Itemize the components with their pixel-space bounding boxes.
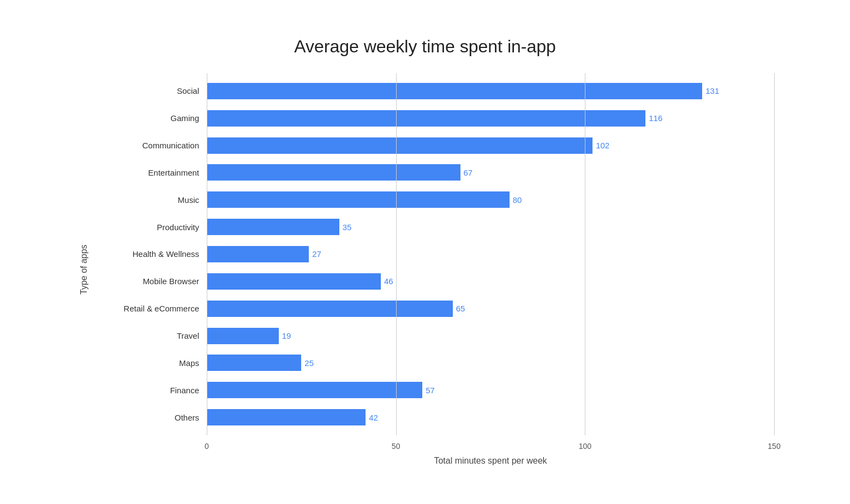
bar-row: Retail & eCommerce65 bbox=[98, 297, 774, 320]
category-label: Gaming bbox=[98, 113, 207, 123]
category-label: Retail & eCommerce bbox=[98, 304, 207, 313]
bar-wrapper: 131 bbox=[207, 80, 774, 103]
bar-wrapper: 80 bbox=[207, 188, 774, 211]
bar bbox=[207, 83, 702, 99]
bar-wrapper: 102 bbox=[207, 134, 774, 157]
x-tick-label: 150 bbox=[768, 442, 780, 451]
bar-wrapper: 27 bbox=[207, 243, 774, 266]
bar-value: 57 bbox=[426, 386, 435, 395]
bar-wrapper: 65 bbox=[207, 297, 774, 320]
bar bbox=[207, 137, 592, 154]
bar-wrapper: 19 bbox=[207, 325, 774, 347]
bar-row: Entertainment67 bbox=[98, 161, 774, 184]
category-label: Social bbox=[98, 86, 207, 95]
bar-value: 25 bbox=[304, 358, 314, 368]
bar-value: 131 bbox=[705, 86, 719, 95]
bars-and-grid: Social131Gaming116Communication102Entert… bbox=[98, 73, 774, 435]
category-label: Health & Wellness bbox=[98, 249, 207, 259]
bar bbox=[207, 219, 339, 235]
grid-line bbox=[774, 73, 775, 435]
bar-value: 102 bbox=[596, 141, 609, 150]
category-label: Maps bbox=[98, 358, 207, 368]
bar-value: 27 bbox=[312, 249, 321, 259]
bar bbox=[207, 164, 460, 181]
bar-row: Mobile Browser46 bbox=[98, 270, 774, 293]
bar-row: Music80 bbox=[98, 188, 774, 211]
category-label: Finance bbox=[98, 386, 207, 395]
bar-row: Finance57 bbox=[98, 379, 774, 401]
bar bbox=[207, 191, 510, 208]
bar-wrapper: 46 bbox=[207, 270, 774, 293]
x-tick-label: 100 bbox=[579, 442, 591, 451]
bar bbox=[207, 382, 422, 398]
bar-row: Maps25 bbox=[98, 351, 774, 374]
bar-wrapper: 57 bbox=[207, 379, 774, 401]
bar-wrapper: 35 bbox=[207, 215, 774, 238]
bar bbox=[207, 355, 301, 371]
category-label: Travel bbox=[98, 331, 207, 340]
chart-container: Average weekly time spent in-app Type of… bbox=[43, 15, 807, 489]
bar-row: Productivity35 bbox=[98, 215, 774, 238]
category-label: Others bbox=[98, 413, 207, 422]
category-label: Mobile Browser bbox=[98, 277, 207, 286]
bar-row: Travel19 bbox=[98, 325, 774, 347]
bar bbox=[207, 246, 309, 262]
bar-wrapper: 25 bbox=[207, 351, 774, 374]
bar-value: 42 bbox=[369, 413, 378, 422]
category-label: Communication bbox=[98, 141, 207, 150]
category-label: Productivity bbox=[98, 223, 207, 232]
bar-row: Health & Wellness27 bbox=[98, 243, 774, 266]
bar bbox=[207, 273, 381, 290]
x-tick-label: 0 bbox=[205, 442, 209, 451]
bar-value: 19 bbox=[282, 331, 291, 340]
bars-container: Social131Gaming116Communication102Entert… bbox=[98, 73, 774, 435]
bar-wrapper: 42 bbox=[207, 406, 774, 429]
bar-row: Others42 bbox=[98, 406, 774, 429]
x-axis-label: Total minutes spent per week bbox=[207, 456, 774, 466]
bar-value: 46 bbox=[384, 277, 393, 286]
bar-wrapper: 116 bbox=[207, 107, 774, 130]
bar bbox=[207, 110, 645, 127]
bar-value: 65 bbox=[456, 304, 465, 313]
bar-row: Social131 bbox=[98, 80, 774, 103]
bar-row: Gaming116 bbox=[98, 107, 774, 130]
category-label: Music bbox=[98, 195, 207, 205]
chart-title: Average weekly time spent in-app bbox=[76, 37, 774, 57]
bar-value: 80 bbox=[513, 195, 522, 205]
bar-row: Communication102 bbox=[98, 134, 774, 157]
chart-body: Social131Gaming116Communication102Entert… bbox=[98, 73, 774, 466]
bar bbox=[207, 301, 453, 317]
x-tick-label: 50 bbox=[392, 442, 400, 451]
bar bbox=[207, 409, 366, 425]
chart-area: Type of apps Social131Gaming116Communica… bbox=[76, 73, 774, 466]
bar-wrapper: 67 bbox=[207, 161, 774, 184]
category-label: Entertainment bbox=[98, 168, 207, 177]
y-axis-label: Type of apps bbox=[76, 73, 92, 466]
bar-value: 116 bbox=[649, 113, 662, 123]
bar-value: 35 bbox=[343, 223, 352, 232]
bar-value: 67 bbox=[464, 168, 473, 177]
bar bbox=[207, 328, 279, 344]
x-axis: 050100150 bbox=[207, 435, 774, 451]
